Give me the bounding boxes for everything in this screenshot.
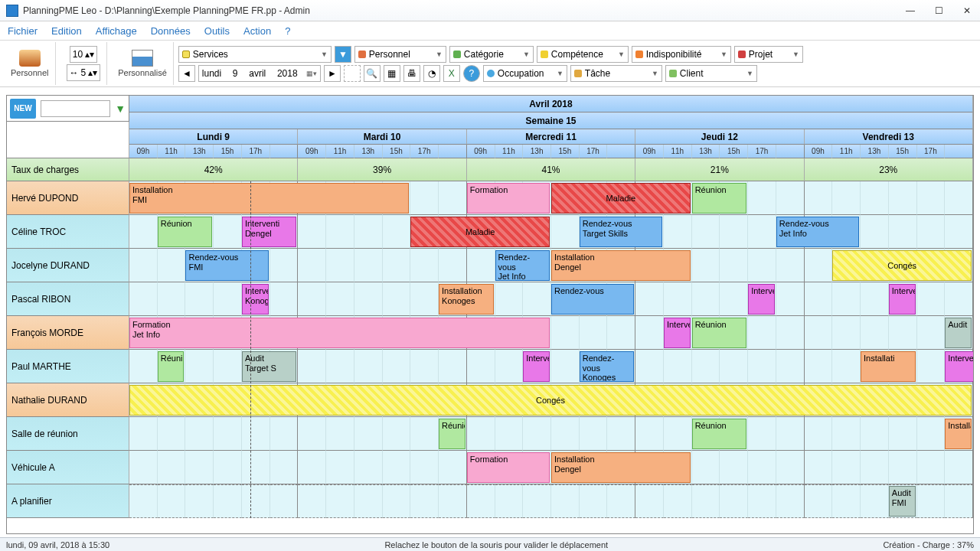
grid-cell[interactable] [805,417,833,451]
grid-cell[interactable] [551,350,580,383]
grid-cell[interactable] [832,484,861,518]
grid-cell[interactable] [580,316,608,350]
task-audit[interactable]: Audit [945,318,972,348]
grid-cell[interactable] [158,282,186,316]
grid-cell[interactable] [410,181,439,215]
grid-cell[interactable] [635,484,664,518]
grid-cell[interactable] [805,451,833,484]
task-conges[interactable]: Congés [129,385,972,416]
grid-cell[interactable] [270,282,299,316]
grid-cell[interactable] [720,249,748,282]
grid-cell[interactable] [945,282,973,316]
grid-cell[interactable] [298,282,326,316]
grid-cell[interactable] [945,451,973,484]
grid-cell[interactable] [326,417,354,451]
grid-cell[interactable] [748,215,776,249]
grid-cell[interactable] [467,417,495,451]
grid-cell[interactable] [692,249,720,282]
task-formation[interactable]: Formation [467,183,550,214]
projet-combo[interactable]: Projet▼ [734,46,803,63]
grid-cell[interactable] [214,484,242,518]
grid-cell[interactable] [326,249,354,282]
menu-item[interactable]: Outils [204,25,230,37]
date-combo[interactable]: lundi 9 avril 2018 ▦▾ [198,65,321,82]
grid-cell[interactable] [832,417,861,451]
menu-item[interactable]: Données [151,25,191,37]
grid-cell[interactable] [467,484,495,518]
grid-cell[interactable] [664,215,692,249]
help-icon[interactable]: ? [463,65,480,82]
grid-cell[interactable] [467,249,495,282]
grid-cell[interactable] [410,417,439,451]
grid-cell[interactable] [720,350,748,383]
task-intervention[interactable]: Interven [664,318,691,348]
grid-cell[interactable] [551,484,580,518]
grid-cell[interactable] [410,484,439,518]
personnalise-group[interactable]: Personnalisé [112,42,174,85]
grid-cell[interactable] [214,350,242,383]
grid-cell[interactable] [832,350,861,383]
chart-icon[interactable]: ◔ [423,65,440,82]
next-button[interactable]: ► [324,65,341,82]
grid-cell[interactable] [748,316,776,350]
grid-cell[interactable] [354,417,383,451]
categorie-combo[interactable]: Catégorie▼ [449,46,534,63]
resource-label[interactable]: Pascal RIBON [7,282,129,316]
grid-cell[interactable] [917,417,946,451]
grid-cell[interactable] [692,484,720,518]
grid-cell[interactable] [748,181,776,215]
grid-cell[interactable] [410,249,439,282]
grid-cell[interactable] [607,417,635,451]
grid-cell[interactable] [748,417,776,451]
task-maladie[interactable]: Maladie [551,183,691,214]
grid-cell[interactable] [805,282,833,316]
spinner-rows[interactable]: 10▴▾ [70,46,97,63]
task-audit[interactable]: AuditFMI [889,486,916,517]
grid-cell[interactable] [129,215,158,249]
task-installation[interactable]: Installati [861,351,915,382]
task-rendezvous[interactable]: Rendez-vousFMI [185,250,268,281]
task-rendezvous[interactable]: Rendez-vousJet Info [776,217,859,247]
grid-cell[interactable] [776,181,805,215]
grid-cell[interactable] [917,282,946,316]
grid-cell[interactable] [776,417,805,451]
task-conges[interactable]: Congés [832,250,972,281]
grid-cell[interactable] [326,451,354,484]
grid-cell[interactable] [129,282,158,316]
grid-cell[interactable] [832,451,861,484]
grid-cell[interactable] [383,350,411,383]
task-intervention[interactable]: Interven [523,351,550,382]
grid-cell[interactable] [242,484,270,518]
grid-cell[interactable] [383,417,411,451]
grid-cell[interactable] [495,417,524,451]
grid-cell[interactable] [129,451,158,484]
grid-cell[interactable] [523,417,551,451]
task-intervention[interactable]: Interven [748,284,775,315]
grid-cell[interactable] [664,282,692,316]
grid-cell[interactable] [129,350,158,383]
grid-cell[interactable] [776,350,805,383]
grid-cell[interactable] [326,350,354,383]
task-installation[interactable]: InstallationDengel [551,250,691,281]
personnel-combo[interactable]: Personnel▼ [354,46,446,63]
grid-cell[interactable] [692,451,720,484]
menu-item[interactable]: Affichage [96,25,137,37]
grid-cell[interactable] [917,316,946,350]
grid-cell[interactable] [607,316,635,350]
grid-cell[interactable] [635,417,664,451]
grid-cell[interactable] [298,417,326,451]
grid-cell[interactable] [242,417,270,451]
grid-cell[interactable] [832,181,861,215]
grid-cell[interactable] [580,484,608,518]
personnel-group[interactable]: Personnel [5,42,56,85]
grid-cell[interactable] [410,282,439,316]
grid-cell[interactable] [214,417,242,451]
task-reunion[interactable]: Réunion [692,318,746,348]
grid-cell[interactable] [129,249,158,282]
services-combo[interactable]: Services▼ [178,46,332,63]
task-installation[interactable]: Installati [945,419,972,449]
grid-cell[interactable] [748,249,776,282]
grid-cell[interactable] [495,282,524,316]
grid-cell[interactable] [635,282,664,316]
grid-cell[interactable] [692,282,720,316]
